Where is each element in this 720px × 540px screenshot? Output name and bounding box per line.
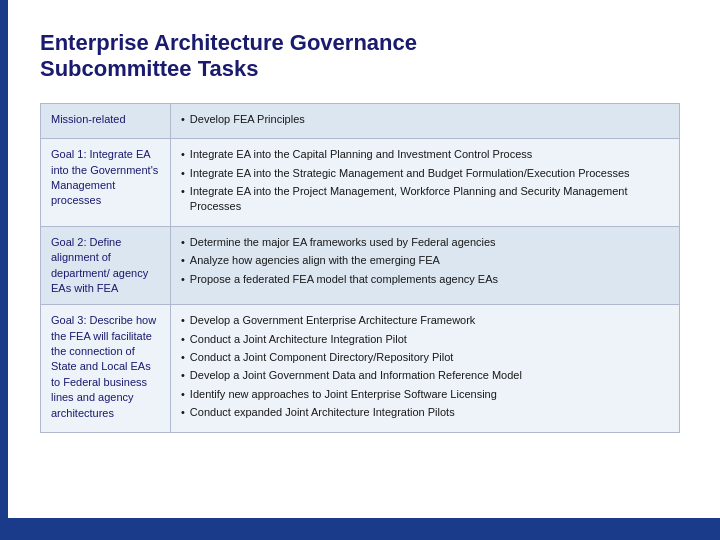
bullet-icon: • <box>181 253 185 268</box>
bullet-icon: • <box>181 332 185 347</box>
table-row: Goal 1: Integrate EA into the Government… <box>41 139 680 227</box>
bullet-text: Integrate EA into the Strategic Manageme… <box>190 166 630 181</box>
bullet-icon: • <box>181 235 185 250</box>
row-content: • Develop FEA Principles <box>171 103 680 138</box>
footer-bar <box>0 518 720 540</box>
bullet-icon: • <box>181 112 185 127</box>
list-item: • Conduct a Joint Component Directory/Re… <box>181 350 669 365</box>
bullet-icon: • <box>181 387 185 402</box>
list-item: • Develop FEA Principles <box>181 112 669 127</box>
row-label: Mission-related <box>41 103 171 138</box>
table-row: Mission-related • Develop FEA Principles <box>41 103 680 138</box>
bullet-text: Develop a Joint Government Data and Info… <box>190 368 522 383</box>
slide-title: Enterprise Architecture Governance Subco… <box>40 30 680 83</box>
content-table: Mission-related • Develop FEA Principles… <box>40 103 680 433</box>
list-item: • Integrate EA into the Capital Planning… <box>181 147 669 162</box>
list-item: • Integrate EA into the Project Manageme… <box>181 184 669 215</box>
bullet-icon: • <box>181 350 185 365</box>
row-content: • Integrate EA into the Capital Planning… <box>171 139 680 227</box>
list-item: • Develop a Government Enterprise Archit… <box>181 313 669 328</box>
list-item: • Determine the major EA frameworks used… <box>181 235 669 250</box>
bullet-text: Propose a federated FEA model that compl… <box>190 272 498 287</box>
accent-bar <box>0 0 8 540</box>
bullet-text: Develop FEA Principles <box>190 112 305 127</box>
row-label: Goal 2: Define alignment of department/ … <box>41 226 171 305</box>
bullet-icon: • <box>181 147 185 162</box>
bullet-icon: • <box>181 405 185 420</box>
bullet-text: Integrate EA into the Project Management… <box>190 184 669 215</box>
row-content: • Develop a Government Enterprise Archit… <box>171 305 680 432</box>
bullet-text: Determine the major EA frameworks used b… <box>190 235 496 250</box>
table-row: Goal 2: Define alignment of department/ … <box>41 226 680 305</box>
bullet-text: Analyze how agencies align with the emer… <box>190 253 440 268</box>
table-row: Goal 3: Describe how the FEA will facili… <box>41 305 680 432</box>
bullet-text: Conduct expanded Joint Architecture Inte… <box>190 405 455 420</box>
bullet-text: Conduct a Joint Component Directory/Repo… <box>190 350 454 365</box>
list-item: • Conduct a Joint Architecture Integrati… <box>181 332 669 347</box>
list-item: • Propose a federated FEA model that com… <box>181 272 669 287</box>
list-item: • Integrate EA into the Strategic Manage… <box>181 166 669 181</box>
bullet-icon: • <box>181 166 185 181</box>
row-label: Goal 1: Integrate EA into the Government… <box>41 139 171 227</box>
list-item: • Identify new approaches to Joint Enter… <box>181 387 669 402</box>
bullet-text: Develop a Government Enterprise Architec… <box>190 313 476 328</box>
bullet-icon: • <box>181 184 185 199</box>
list-item: • Conduct expanded Joint Architecture In… <box>181 405 669 420</box>
bullet-text: Identify new approaches to Joint Enterpr… <box>190 387 497 402</box>
bullet-icon: • <box>181 313 185 328</box>
slide: Enterprise Architecture Governance Subco… <box>0 0 720 540</box>
list-item: • Develop a Joint Government Data and In… <box>181 368 669 383</box>
row-content: • Determine the major EA frameworks used… <box>171 226 680 305</box>
row-label: Goal 3: Describe how the FEA will facili… <box>41 305 171 432</box>
bullet-text: Conduct a Joint Architecture Integration… <box>190 332 407 347</box>
bullet-icon: • <box>181 272 185 287</box>
bullet-text: Integrate EA into the Capital Planning a… <box>190 147 532 162</box>
list-item: • Analyze how agencies align with the em… <box>181 253 669 268</box>
bullet-icon: • <box>181 368 185 383</box>
